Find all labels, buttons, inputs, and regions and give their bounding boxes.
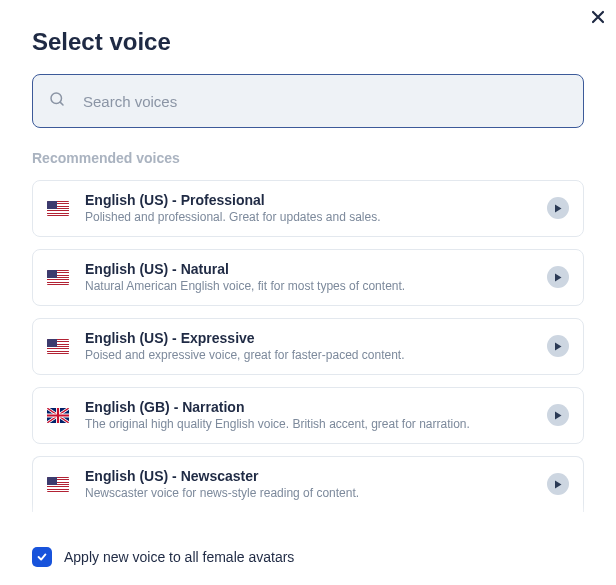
- search-field: [32, 74, 584, 128]
- play-button[interactable]: [547, 335, 569, 357]
- play-button[interactable]: [547, 197, 569, 219]
- voice-desc: Polished and professional. Great for upd…: [85, 209, 547, 226]
- flag-us-icon: [47, 477, 69, 492]
- flag-us-icon: [47, 270, 69, 285]
- search-icon: [48, 90, 66, 112]
- play-icon: [554, 273, 562, 282]
- voice-name: English (US) - Natural: [85, 260, 547, 278]
- footer: Apply new voice to all female avatars: [32, 535, 584, 567]
- play-icon: [554, 342, 562, 351]
- voice-name: English (GB) - Narration: [85, 398, 547, 416]
- close-icon: [591, 10, 605, 27]
- section-label: Recommended voices: [32, 150, 584, 166]
- voice-item[interactable]: English (US) - NaturalNatural American E…: [32, 249, 584, 306]
- voice-text: English (US) - ProfessionalPolished and …: [85, 191, 547, 226]
- voice-item[interactable]: English (GB) - NarrationThe original hig…: [32, 387, 584, 444]
- voice-list: English (US) - ProfessionalPolished and …: [32, 180, 584, 512]
- voice-desc: Newscaster voice for news-style reading …: [85, 485, 547, 502]
- select-voice-modal: Select voice Recommended voices English …: [0, 0, 616, 585]
- voice-item[interactable]: English (US) - ExpressivePoised and expr…: [32, 318, 584, 375]
- play-button[interactable]: [547, 266, 569, 288]
- play-icon: [554, 480, 562, 489]
- apply-all-checkbox[interactable]: [32, 547, 52, 567]
- voice-item[interactable]: English (US) - NewscasterNewscaster voic…: [32, 456, 584, 512]
- voice-name: English (US) - Expressive: [85, 329, 547, 347]
- close-button[interactable]: [586, 6, 610, 30]
- voice-name: English (US) - Professional: [85, 191, 547, 209]
- voice-desc: The original high quality English voice.…: [85, 416, 547, 433]
- flag-gb-icon: [47, 408, 69, 423]
- voice-text: English (US) - NaturalNatural American E…: [85, 260, 547, 295]
- check-icon: [36, 551, 48, 563]
- search-input[interactable]: [32, 74, 584, 128]
- voice-desc: Poised and expressive voice, great for f…: [85, 347, 547, 364]
- voice-item[interactable]: English (US) - ProfessionalPolished and …: [32, 180, 584, 237]
- flag-us-icon: [47, 339, 69, 354]
- modal-title: Select voice: [32, 28, 584, 56]
- play-button[interactable]: [547, 404, 569, 426]
- voice-desc: Natural American English voice, fit for …: [85, 278, 547, 295]
- apply-all-label: Apply new voice to all female avatars: [64, 549, 294, 565]
- voice-text: English (GB) - NarrationThe original hig…: [85, 398, 547, 433]
- voice-name: English (US) - Newscaster: [85, 467, 547, 485]
- play-icon: [554, 204, 562, 213]
- voice-text: English (US) - ExpressivePoised and expr…: [85, 329, 547, 364]
- play-icon: [554, 411, 562, 420]
- voice-text: English (US) - NewscasterNewscaster voic…: [85, 467, 547, 502]
- play-button[interactable]: [547, 473, 569, 495]
- flag-us-icon: [47, 201, 69, 216]
